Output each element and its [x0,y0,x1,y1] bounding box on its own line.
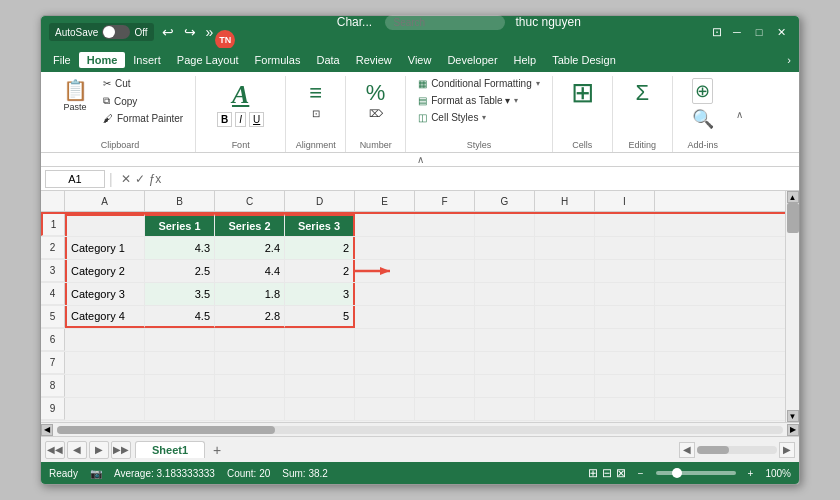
zoom-plus[interactable]: + [748,468,754,479]
font-button[interactable]: A [232,80,249,110]
addins-search-button[interactable]: 🔍 [692,108,714,130]
cell-d8[interactable] [285,375,355,397]
alignment-button[interactable]: ≡ ⊡ [303,76,328,123]
menu-more-chevron[interactable]: › [783,52,795,68]
col-header-b[interactable]: B [145,191,215,211]
menu-file[interactable]: File [45,52,79,68]
cell-a1[interactable] [65,214,145,236]
maximize-button[interactable]: □ [749,22,769,42]
minimize-button[interactable]: ─ [727,22,747,42]
user-avatar[interactable]: TN [215,30,235,50]
cell-e4[interactable] [355,283,415,305]
cell-e5[interactable] [355,306,415,328]
row-header-5[interactable]: 5 [41,306,65,328]
cell-f6[interactable] [415,329,475,351]
cell-g1[interactable] [475,214,535,236]
cell-d5[interactable]: 5 [285,306,355,328]
row-header-1[interactable]: 1 [41,214,65,236]
cell-a5[interactable]: Category 4 [65,306,145,328]
col-header-a[interactable]: A [65,191,145,211]
menu-developer[interactable]: Developer [439,52,505,68]
ribbon-collapse-button[interactable]: ∧ [41,152,799,166]
ribbon-display-icon[interactable]: ⊡ [709,24,725,40]
cell-i9[interactable] [595,398,655,420]
col-header-i[interactable]: I [595,191,655,211]
cell-c1[interactable]: Series 2 [215,214,285,236]
col-header-d[interactable]: D [285,191,355,211]
menu-formulas[interactable]: Formulas [247,52,309,68]
sheet-nav-next[interactable]: ▶ [89,441,109,459]
redo-button[interactable]: ↪ [182,24,198,40]
cut-button[interactable]: ✂ Cut [99,76,187,91]
cell-e1[interactable] [355,214,415,236]
screenshot-icon[interactable]: 📷 [90,468,102,479]
underline-button[interactable]: U [249,112,264,127]
cell-h8[interactable] [535,375,595,397]
sheet-tab-sheet1[interactable]: Sheet1 [135,441,205,458]
row-header-7[interactable]: 7 [41,352,65,374]
normal-view-icon[interactable]: ⊞ [588,466,598,480]
cell-c7[interactable] [215,352,285,374]
cell-h7[interactable] [535,352,595,374]
cell-g9[interactable] [475,398,535,420]
undo-button[interactable]: ↩ [160,24,176,40]
add-sheet-button[interactable]: + [207,441,227,459]
ribbon-expand-button[interactable]: ∧ [733,76,747,152]
cell-e8[interactable] [355,375,415,397]
formula-input[interactable] [169,171,795,187]
cell-g6[interactable] [475,329,535,351]
cell-e7[interactable] [355,352,415,374]
search-input[interactable] [385,15,505,30]
col-header-c[interactable]: C [215,191,285,211]
hscroll-thumb[interactable] [57,426,275,434]
row-header-6[interactable]: 6 [41,329,65,351]
formula-cancel-icon[interactable]: ✕ [121,172,131,186]
cell-i5[interactable] [595,306,655,328]
menu-data[interactable]: Data [308,52,347,68]
cell-g5[interactable] [475,306,535,328]
italic-button[interactable]: I [235,112,246,127]
cell-c4[interactable]: 1.8 [215,283,285,305]
col-header-g[interactable]: G [475,191,535,211]
cell-b8[interactable] [145,375,215,397]
menu-insert[interactable]: Insert [125,52,169,68]
cell-a4[interactable]: Category 3 [65,283,145,305]
formula-insert-function-icon[interactable]: ƒx [149,172,162,186]
cell-c8[interactable] [215,375,285,397]
cell-b6[interactable] [145,329,215,351]
vertical-scrollbar[interactable]: ▲ ▼ [785,191,799,422]
number-button[interactable]: % ⌦ [360,76,392,123]
cell-f8[interactable] [415,375,475,397]
scroll-right-button[interactable]: ▶ [787,424,799,436]
cell-a6[interactable] [65,329,145,351]
autosave-toggle[interactable] [102,25,130,39]
cell-h9[interactable] [535,398,595,420]
cell-h1[interactable] [535,214,595,236]
autosave-control[interactable]: AutoSave Off [49,23,154,41]
cell-b3[interactable]: 2.5 [145,260,215,282]
cell-e2[interactable] [355,237,415,259]
cell-c9[interactable] [215,398,285,420]
sheet-nav-prev[interactable]: ◀ [67,441,87,459]
cell-g4[interactable] [475,283,535,305]
sheet-nav-last[interactable]: ▶▶ [111,441,131,459]
cell-i6[interactable] [595,329,655,351]
cell-f2[interactable] [415,237,475,259]
row-header-3[interactable]: 3 [41,260,65,282]
cell-f3[interactable] [415,260,475,282]
cells-button[interactable]: ⊞ [571,76,594,109]
menu-table-design[interactable]: Table Design [544,52,624,68]
menu-view[interactable]: View [400,52,440,68]
cell-e6[interactable] [355,329,415,351]
menu-review[interactable]: Review [348,52,400,68]
more-commands-button[interactable]: » [204,24,216,40]
row-header-8[interactable]: 8 [41,375,65,397]
col-header-h[interactable]: H [535,191,595,211]
cell-a7[interactable] [65,352,145,374]
cell-b9[interactable] [145,398,215,420]
horizontal-scrollbar[interactable]: ◀ ▶ [41,422,799,436]
sheet-hscroll-thumb[interactable] [697,446,729,454]
cell-d3[interactable]: 2 [285,260,355,282]
cell-g3[interactable] [475,260,535,282]
bold-button[interactable]: B [217,112,232,127]
